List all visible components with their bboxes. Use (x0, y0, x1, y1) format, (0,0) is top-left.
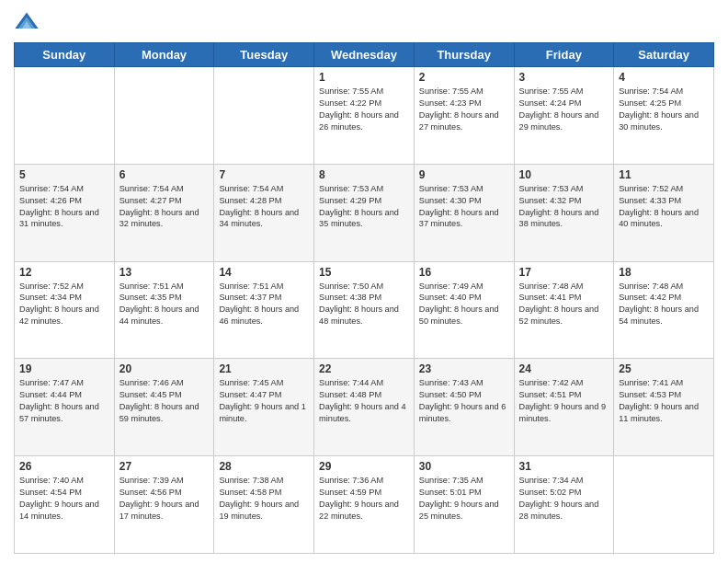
calendar-day-19: 19Sunrise: 7:47 AM Sunset: 4:44 PM Dayli… (15, 359, 115, 456)
day-number: 13 (119, 266, 210, 279)
day-number: 19 (19, 362, 109, 375)
day-number: 16 (419, 266, 509, 279)
weekday-header-monday: Monday (114, 43, 214, 67)
day-info: Sunrise: 7:54 AM Sunset: 4:25 PM Dayligh… (619, 86, 709, 133)
calendar-day-2: 2Sunrise: 7:55 AM Sunset: 4:23 PM Daylig… (414, 67, 514, 165)
day-info: Sunrise: 7:48 AM Sunset: 4:42 PM Dayligh… (619, 281, 709, 328)
day-number: 31 (519, 460, 609, 473)
calendar-day-17: 17Sunrise: 7:48 AM Sunset: 4:41 PM Dayli… (514, 261, 614, 359)
calendar-week-1: 1Sunrise: 7:55 AM Sunset: 4:22 PM Daylig… (15, 67, 714, 165)
calendar-day-27: 27Sunrise: 7:39 AM Sunset: 4:56 PM Dayli… (114, 456, 214, 554)
day-info: Sunrise: 7:54 AM Sunset: 4:26 PM Dayligh… (19, 183, 109, 231)
day-number: 8 (319, 168, 409, 181)
day-info: Sunrise: 7:55 AM Sunset: 4:24 PM Dayligh… (519, 86, 609, 133)
calendar-day-6: 6Sunrise: 7:54 AM Sunset: 4:27 PM Daylig… (114, 164, 214, 261)
calendar-day-8: 8Sunrise: 7:53 AM Sunset: 4:29 PM Daylig… (314, 164, 415, 261)
day-info: Sunrise: 7:51 AM Sunset: 4:35 PM Dayligh… (119, 281, 210, 328)
calendar-day-12: 12Sunrise: 7:52 AM Sunset: 4:34 PM Dayli… (15, 261, 115, 359)
day-number: 30 (419, 460, 509, 473)
day-number: 18 (619, 266, 709, 279)
calendar-day-31: 31Sunrise: 7:34 AM Sunset: 5:02 PM Dayli… (514, 456, 614, 554)
day-info: Sunrise: 7:49 AM Sunset: 4:40 PM Dayligh… (419, 281, 509, 328)
day-number: 12 (19, 266, 109, 279)
day-number: 10 (519, 168, 609, 181)
day-number: 5 (19, 168, 109, 181)
day-info: Sunrise: 7:53 AM Sunset: 4:30 PM Dayligh… (419, 183, 509, 231)
day-number: 11 (619, 168, 709, 181)
calendar-day-15: 15Sunrise: 7:50 AM Sunset: 4:38 PM Dayli… (314, 261, 415, 359)
day-number: 23 (419, 362, 509, 375)
weekday-header-tuesday: Tuesday (214, 43, 314, 67)
day-info: Sunrise: 7:39 AM Sunset: 4:56 PM Dayligh… (119, 475, 210, 523)
calendar-table: SundayMondayTuesdayWednesdayThursdayFrid… (14, 42, 714, 554)
day-number: 20 (119, 362, 210, 375)
day-info: Sunrise: 7:55 AM Sunset: 4:22 PM Dayligh… (319, 86, 409, 133)
calendar-week-5: 26Sunrise: 7:40 AM Sunset: 4:54 PM Dayli… (15, 456, 714, 554)
day-info: Sunrise: 7:35 AM Sunset: 5:01 PM Dayligh… (419, 475, 509, 523)
calendar-day-10: 10Sunrise: 7:53 AM Sunset: 4:32 PM Dayli… (514, 164, 614, 261)
day-info: Sunrise: 7:41 AM Sunset: 4:53 PM Dayligh… (619, 377, 709, 425)
calendar-day-25: 25Sunrise: 7:41 AM Sunset: 4:53 PM Dayli… (614, 359, 714, 456)
day-number: 6 (119, 168, 210, 181)
day-number: 17 (519, 266, 609, 279)
logo-icon (14, 9, 40, 35)
calendar-day-9: 9Sunrise: 7:53 AM Sunset: 4:30 PM Daylig… (414, 164, 514, 261)
day-info: Sunrise: 7:44 AM Sunset: 4:48 PM Dayligh… (319, 377, 409, 425)
day-number: 4 (619, 71, 709, 84)
day-number: 7 (219, 168, 309, 181)
calendar-day-1: 1Sunrise: 7:55 AM Sunset: 4:22 PM Daylig… (314, 67, 415, 165)
weekday-header-friday: Friday (514, 43, 614, 67)
day-info: Sunrise: 7:55 AM Sunset: 4:23 PM Dayligh… (419, 86, 509, 133)
day-number: 27 (119, 460, 210, 473)
day-info: Sunrise: 7:38 AM Sunset: 4:58 PM Dayligh… (219, 475, 309, 523)
calendar-day-14: 14Sunrise: 7:51 AM Sunset: 4:37 PM Dayli… (214, 261, 314, 359)
weekday-header-saturday: Saturday (614, 43, 714, 67)
weekday-header-thursday: Thursday (414, 43, 514, 67)
day-info: Sunrise: 7:42 AM Sunset: 4:51 PM Dayligh… (519, 377, 609, 425)
day-number: 1 (319, 71, 409, 84)
calendar-day-20: 20Sunrise: 7:46 AM Sunset: 4:45 PM Dayli… (114, 359, 214, 456)
day-info: Sunrise: 7:52 AM Sunset: 4:33 PM Dayligh… (619, 183, 709, 231)
day-number: 21 (219, 362, 309, 375)
day-number: 26 (19, 460, 109, 473)
day-number: 29 (319, 460, 409, 473)
day-info: Sunrise: 7:52 AM Sunset: 4:34 PM Dayligh… (19, 281, 109, 328)
day-info: Sunrise: 7:51 AM Sunset: 4:37 PM Dayligh… (219, 281, 309, 328)
calendar-day-16: 16Sunrise: 7:49 AM Sunset: 4:40 PM Dayli… (414, 261, 514, 359)
day-number: 22 (319, 362, 409, 375)
day-number: 14 (219, 266, 309, 279)
day-info: Sunrise: 7:45 AM Sunset: 4:47 PM Dayligh… (219, 377, 309, 425)
calendar-empty-cell (614, 456, 714, 554)
calendar-day-18: 18Sunrise: 7:48 AM Sunset: 4:42 PM Dayli… (614, 261, 714, 359)
day-info: Sunrise: 7:47 AM Sunset: 4:44 PM Dayligh… (19, 377, 109, 425)
calendar-week-4: 19Sunrise: 7:47 AM Sunset: 4:44 PM Dayli… (15, 359, 714, 456)
day-info: Sunrise: 7:53 AM Sunset: 4:29 PM Dayligh… (319, 183, 409, 231)
header (14, 9, 714, 35)
calendar-day-30: 30Sunrise: 7:35 AM Sunset: 5:01 PM Dayli… (414, 456, 514, 554)
calendar-day-28: 28Sunrise: 7:38 AM Sunset: 4:58 PM Dayli… (214, 456, 314, 554)
day-info: Sunrise: 7:54 AM Sunset: 4:28 PM Dayligh… (219, 183, 309, 231)
weekday-header-row: SundayMondayTuesdayWednesdayThursdayFrid… (15, 43, 714, 67)
day-info: Sunrise: 7:46 AM Sunset: 4:45 PM Dayligh… (119, 377, 210, 425)
weekday-header-wednesday: Wednesday (314, 43, 415, 67)
calendar-day-5: 5Sunrise: 7:54 AM Sunset: 4:26 PM Daylig… (15, 164, 115, 261)
day-number: 24 (519, 362, 609, 375)
calendar-day-7: 7Sunrise: 7:54 AM Sunset: 4:28 PM Daylig… (214, 164, 314, 261)
calendar-week-3: 12Sunrise: 7:52 AM Sunset: 4:34 PM Dayli… (15, 261, 714, 359)
calendar-day-26: 26Sunrise: 7:40 AM Sunset: 4:54 PM Dayli… (15, 456, 115, 554)
day-info: Sunrise: 7:53 AM Sunset: 4:32 PM Dayligh… (519, 183, 609, 231)
day-info: Sunrise: 7:48 AM Sunset: 4:41 PM Dayligh… (519, 281, 609, 328)
day-number: 3 (519, 71, 609, 84)
calendar-empty-cell (214, 67, 314, 165)
calendar-day-11: 11Sunrise: 7:52 AM Sunset: 4:33 PM Dayli… (614, 164, 714, 261)
day-info: Sunrise: 7:40 AM Sunset: 4:54 PM Dayligh… (19, 475, 109, 523)
day-info: Sunrise: 7:43 AM Sunset: 4:50 PM Dayligh… (419, 377, 509, 425)
calendar-day-22: 22Sunrise: 7:44 AM Sunset: 4:48 PM Dayli… (314, 359, 415, 456)
calendar-day-21: 21Sunrise: 7:45 AM Sunset: 4:47 PM Dayli… (214, 359, 314, 456)
calendar-day-29: 29Sunrise: 7:36 AM Sunset: 4:59 PM Dayli… (314, 456, 415, 554)
day-number: 15 (319, 266, 409, 279)
day-number: 25 (619, 362, 709, 375)
calendar-empty-cell (15, 67, 115, 165)
calendar-week-2: 5Sunrise: 7:54 AM Sunset: 4:26 PM Daylig… (15, 164, 714, 261)
calendar-day-3: 3Sunrise: 7:55 AM Sunset: 4:24 PM Daylig… (514, 67, 614, 165)
